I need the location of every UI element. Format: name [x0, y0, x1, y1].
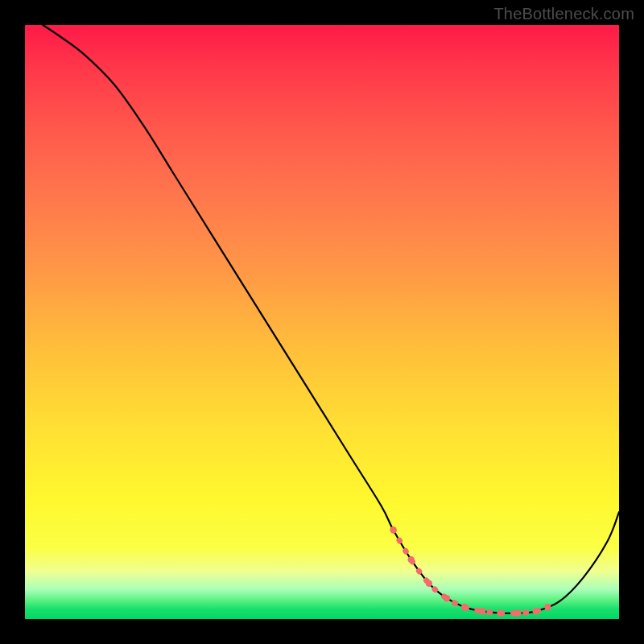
optimal-zone-dot	[497, 609, 503, 616]
optimal-zone-dot	[514, 609, 521, 616]
optimal-zone-dot	[532, 608, 539, 614]
optimal-zone-dot	[479, 608, 485, 614]
watermark-text: TheBottleneck.com	[493, 5, 634, 23]
plot-area	[25, 25, 619, 619]
optimal-zone-stroke	[394, 530, 548, 613]
optimal-zone-dot	[461, 604, 468, 610]
optimal-zone-dot	[426, 580, 432, 587]
optimal-zone-dot	[390, 526, 396, 533]
optimal-zone-dot	[444, 595, 450, 601]
chart-frame: TheBottleneck.com	[0, 0, 644, 644]
optimal-zone-dot	[544, 604, 551, 610]
bottleneck-curve	[43, 25, 619, 613]
optimal-zone-dots	[390, 526, 551, 617]
bottleneck-curve-svg	[25, 25, 619, 619]
optimal-zone-dot	[408, 556, 415, 563]
